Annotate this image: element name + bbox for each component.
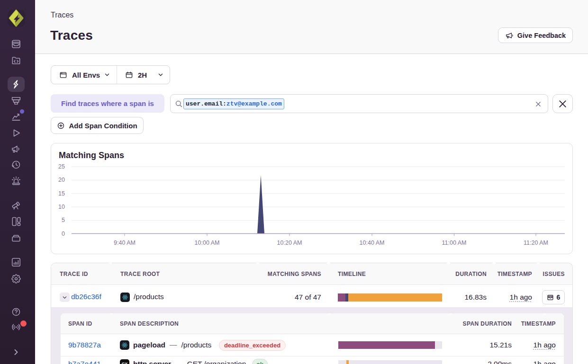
svg-text:9:40 AM: 9:40 AM — [114, 240, 136, 246]
svg-text:11:00 AM: 11:00 AM — [442, 240, 467, 246]
svg-text:25: 25 — [58, 163, 65, 170]
svg-text:10: 10 — [58, 204, 65, 210]
svg-text:11:20 AM: 11:20 AM — [524, 240, 548, 246]
svg-text:10:00 AM: 10:00 AM — [195, 240, 220, 246]
svg-text:20: 20 — [58, 177, 65, 183]
svg-text:15: 15 — [58, 190, 65, 197]
svg-text:0: 0 — [62, 231, 65, 237]
svg-text:10:40 AM: 10:40 AM — [360, 240, 385, 246]
svg-text:5: 5 — [62, 217, 65, 223]
svg-text:10:20 AM: 10:20 AM — [277, 240, 302, 246]
